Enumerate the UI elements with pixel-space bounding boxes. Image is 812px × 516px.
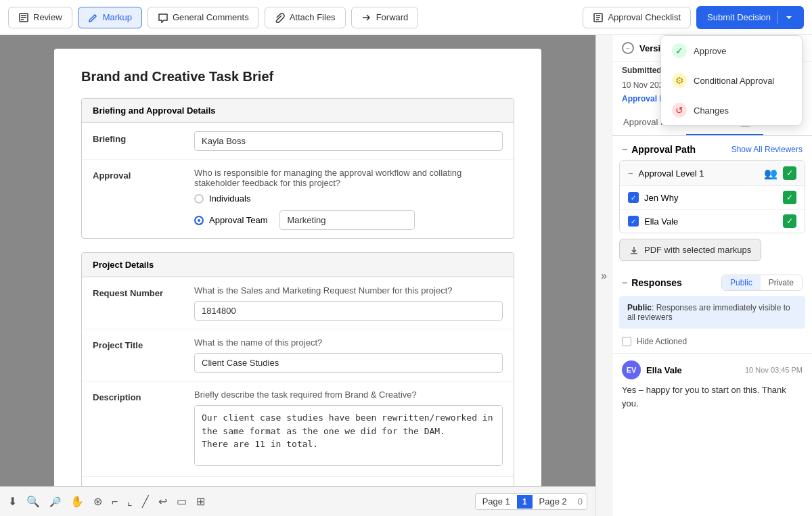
approval-path-collapse[interactable]: − [622,144,627,155]
project-section: Project Details Request Number What is t… [81,252,514,486]
zoom-in-icon[interactable]: 🔍 [26,495,40,508]
description-label: Description [93,390,181,402]
approval-label: Approval [93,168,181,181]
approval-checklist-button[interactable]: Approval Checklist [583,7,691,28]
general-comments-button[interactable]: General Comments [148,7,259,28]
rect-icon[interactable]: ▭ [177,495,187,508]
dropdown-approve[interactable]: ✓ Approve [661,36,802,66]
dropdown-changes[interactable]: ↺ Changes [661,95,802,125]
approval-question: Who is responsible for managing the appr… [194,168,503,188]
forward-button[interactable]: Forward [351,7,419,28]
hide-actioned-row: Hide Actioned [612,334,812,353]
bottom-toolbar: ⬇ 🔍 🔎 ✋ ⊛ ⌐ ⌞ ╱ ↩ ▭ ⊞ Page 1 1 Page 2 0 [0,486,595,516]
comment-header: EV Ella Vale 10 Nov 03:45 PM [622,360,803,379]
project-title-row: Project Title What is the name of this p… [82,329,514,381]
responses-title: − Responses [622,277,682,288]
forward-label: Forward [376,12,409,22]
public-note-label: Public [627,303,652,312]
reviewer-checkbox-1[interactable]: ✓ [628,192,639,203]
request-number-row: Request Number What is the Sales and Mar… [82,277,514,329]
review-button[interactable]: Review [8,7,72,28]
zoom-out-icon[interactable]: 🔎 [49,496,61,507]
version-collapse-button[interactable]: − [622,42,634,54]
pdf-button-label: PDF with selected markups [644,245,751,255]
toggle-public[interactable]: Public [722,275,761,290]
radio-individuals[interactable]: Individuals [194,193,503,204]
reviewer2-check: ✓ [783,214,796,228]
corner-icon[interactable]: ⌞ [127,495,133,508]
responses-collapse[interactable]: − [622,277,627,288]
document-scroll-area[interactable]: Brand and Creative Task Brief Briefing a… [0,35,595,486]
approval-path-header: − Approval Path Show All Reviewers [612,136,812,160]
lasso-icon[interactable]: ⊛ [93,495,102,508]
description-textarea[interactable]: Our client case studies have been rewrit… [194,405,503,466]
diagonal-icon[interactable]: ╱ [142,495,149,508]
campaign-row: Campaign What type of project or campaig… [82,477,514,486]
reviewer-name-1: Jen Why [644,193,777,203]
submit-decision-button[interactable]: Submit Decision [696,6,804,29]
level-title: Approval Level 1 [639,168,759,179]
briefing-input[interactable] [194,131,503,151]
approval-path-title: − Approval Path [622,144,696,155]
request-number-label: Request Number [93,285,181,298]
approval-level-1: − Approval Level 1 👥 ✓ ✓ Jen Why ✓ ✓ [619,160,805,233]
comment-author: Ella Vale [646,365,740,375]
conditional-label: Conditional Approval [694,76,774,86]
description-row: Description Briefly describe the task re… [82,381,514,477]
reviewer1-check: ✓ [783,191,796,204]
project-title-label: Project Title [93,337,181,350]
markup-button[interactable]: Markup [78,7,142,28]
description-content: Briefly describe the task required from … [194,390,503,468]
team-input[interactable] [279,210,415,230]
panel-collapse-button[interactable]: » [596,35,612,516]
public-note-text: : Responses are immediately visible to a… [627,303,790,322]
page2-count: 0 [574,494,587,509]
project-title-content: What is the name of this project? [194,337,503,373]
attach-files-button[interactable]: Attach Files [265,7,346,28]
document-paper: Brand and Creative Task Brief Briefing a… [54,49,541,486]
approval-row: Approval Who is responsible for managing… [82,160,514,238]
radio-team[interactable]: Approval Team [194,215,267,225]
grid-icon[interactable]: ⊞ [196,495,205,508]
level-check-icon: ✓ [783,166,796,180]
group-icon: 👥 [764,167,777,180]
review-label: Review [33,12,62,22]
project-section-header: Project Details [82,253,514,277]
conditional-icon: ⚙ [672,73,687,88]
radio-group: Individuals Approval Team [194,193,503,230]
show-all-reviewers-link[interactable]: Show All Reviewers [731,145,803,154]
download-icon[interactable]: ⬇ [8,495,17,508]
comment-entry: EV Ella Vale 10 Nov 03:45 PM Yes – happy… [612,353,812,417]
description-question: Briefly describe the task required from … [194,390,503,400]
approval-checklist-label: Approval Checklist [608,12,681,22]
reviewer-row-2: ✓ Ella Vale ✓ [620,209,805,233]
project-title-input[interactable] [194,353,503,373]
approve-label: Approve [694,46,726,56]
line-icon[interactable]: ⌐ [112,496,118,508]
public-note: Public: Responses are immediately visibl… [619,296,805,329]
reviewer-checkbox-2[interactable]: ✓ [628,216,639,227]
briefing-section-header: Briefing and Approval Details [82,99,514,123]
comment-text: Yes – happy for you to start on this. Th… [622,383,803,410]
dropdown-conditional[interactable]: ⚙ Conditional Approval [661,66,802,95]
pdf-button[interactable]: PDF with selected markups [619,239,761,261]
hide-actioned-label: Hide Actioned [637,337,687,346]
undo-icon[interactable]: ↩ [158,495,167,508]
pan-icon[interactable]: ✋ [70,495,84,508]
page-indicator: Page 1 1 Page 2 0 [475,493,587,510]
btn-divider [777,11,778,24]
level-collapse-button[interactable]: − [628,168,633,179]
page2-button[interactable]: Page 2 [533,494,574,509]
page1-badge: 1 [517,495,533,509]
approve-icon: ✓ [672,43,687,58]
radio-team-label: Approval Team [209,215,267,225]
request-number-input[interactable] [194,301,503,321]
request-question: What is the Sales and Marketing Request … [194,285,503,296]
general-comments-label: General Comments [173,12,249,22]
radio-team-row: Approval Team [194,210,503,230]
request-number-content: What is the Sales and Marketing Request … [194,285,503,321]
approval-content: Who is responsible for managing the appr… [194,168,503,230]
hide-actioned-checkbox[interactable] [622,337,631,346]
toggle-private[interactable]: Private [761,275,802,290]
page1-button[interactable]: Page 1 [476,494,517,509]
